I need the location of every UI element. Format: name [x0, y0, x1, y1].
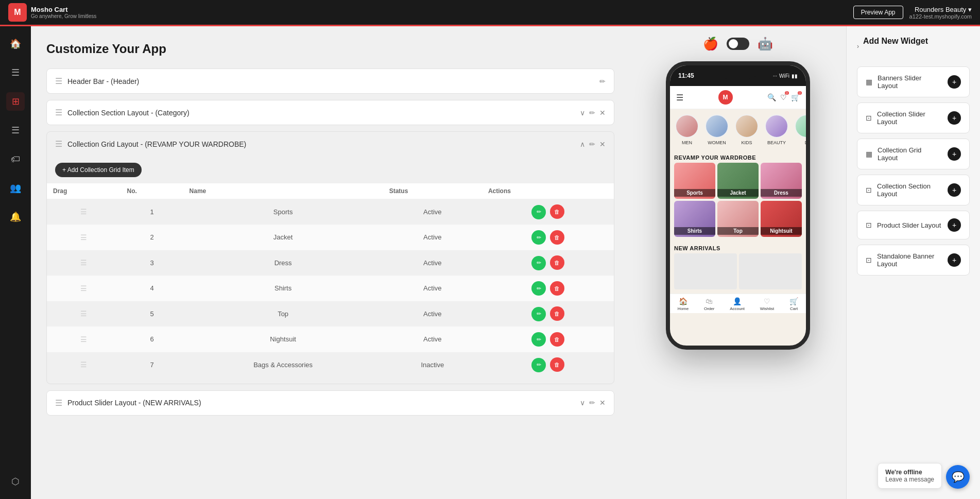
drag-handle-product-slider[interactable]: ☰ — [55, 398, 62, 408]
edit-icon-product-slider[interactable]: ✏ — [589, 399, 595, 407]
close-icon-collection-grid[interactable]: ✕ — [599, 140, 606, 148]
add-product-slider-button[interactable]: + — [948, 218, 961, 232]
collection-item-sports[interactable]: Sports — [674, 163, 715, 199]
row-drag-handle[interactable]: ☰ — [80, 309, 87, 318]
close-icon-product-slider[interactable]: ✕ — [599, 399, 606, 407]
sidebar-item-menu[interactable]: ☰ — [6, 63, 25, 82]
apple-icon[interactable]: 🍎 — [703, 37, 718, 51]
row-drag-handle[interactable]: ☰ — [80, 259, 87, 267]
phone-collection-grid: Sports Jacket Dress Shirts Top Nightsuit — [670, 163, 806, 241]
collection-item-jacket[interactable]: Jacket — [717, 163, 759, 199]
close-icon-collection-section[interactable]: ✕ — [599, 109, 606, 117]
edit-icon-collection-section[interactable]: ✏ — [589, 109, 595, 117]
phone-wishlist-icon[interactable]: ♡0 — [780, 93, 787, 101]
widget-option-collection-slider[interactable]: ⊡ Collection Slider Layout + — [857, 102, 970, 133]
edit-row-button[interactable]: ✏ — [531, 256, 546, 270]
wishlist-nav-label: Wishlist — [760, 306, 775, 311]
row-drag-handle[interactable]: ☰ — [80, 360, 87, 369]
drag-handle-collection-section[interactable]: ☰ — [55, 108, 62, 117]
drag-handle-header[interactable]: ☰ — [55, 76, 62, 86]
widget-product-slider-title: Product Slider Layout - (NEW ARRIVALS) — [67, 399, 575, 407]
product-thumb-2[interactable] — [739, 253, 802, 289]
edit-row-button[interactable]: ✏ — [531, 281, 546, 296]
chat-cta[interactable]: Leave a message — [885, 476, 934, 483]
row-drag-handle[interactable]: ☰ — [80, 208, 87, 216]
delete-row-button[interactable]: 🗑 — [550, 230, 564, 245]
add-collection-grid-button[interactable]: + — [948, 147, 961, 161]
category-beauty[interactable]: BEAUTY — [764, 114, 789, 145]
edit-row-button[interactable]: ✏ — [531, 230, 546, 245]
phone-nav-home[interactable]: 🏠 Home — [678, 297, 689, 311]
platform-toggle-switch[interactable] — [727, 38, 749, 50]
sidebar-item-users[interactable]: 👥 — [6, 179, 25, 197]
sidebar-item-widgets[interactable]: ⊞ — [6, 92, 25, 111]
collection-item-nightsuit[interactable]: Nightsuit — [761, 201, 802, 237]
sidebar-item-tags[interactable]: 🏷 — [6, 150, 25, 168]
phone-status-bar: 11:45 ··· WiFi ▮▮ — [670, 65, 806, 86]
sidebar-item-pages[interactable]: ☰ — [6, 121, 25, 140]
sidebar-item-export[interactable]: ⬡ — [6, 472, 25, 491]
delete-row-button[interactable]: 🗑 — [550, 332, 564, 347]
table-row: ☰ 5 Top Active ✏ 🗑 — [47, 301, 614, 327]
phone-nav-account[interactable]: 👤 Account — [730, 297, 745, 311]
sidebar-item-home[interactable]: 🏠 — [6, 35, 25, 53]
preview-button[interactable]: Preview App — [853, 6, 903, 19]
row-actions: ✏ 🗑 — [482, 250, 614, 276]
drag-handle-collection-grid[interactable]: ☰ — [55, 139, 62, 149]
widget-option-collection-grid[interactable]: ▦ Collection Grid Layout + — [857, 139, 970, 169]
add-banners-slider-button[interactable]: + — [948, 75, 961, 89]
add-collection-grid-item-button[interactable]: + Add Collection Grid Item — [55, 163, 142, 177]
android-icon[interactable]: 🤖 — [758, 37, 773, 51]
phone-nav-cart[interactable]: 🛒 Cart — [789, 297, 798, 311]
edit-icon-header[interactable]: ✏ — [599, 77, 606, 85]
delete-row-button[interactable]: 🗑 — [550, 357, 564, 372]
product-thumb-1[interactable] — [674, 253, 737, 289]
sidebar-item-notifications[interactable]: 🔔 — [6, 208, 25, 226]
category-kids[interactable]: KIDS — [734, 114, 760, 145]
collection-item-shirts[interactable]: Shirts — [674, 201, 715, 237]
phone-new-arrivals — [670, 253, 806, 289]
widget-option-standalone-banner[interactable]: ⊡ Standalone Banner Layout + — [857, 245, 970, 276]
phone-search-icon[interactable]: 🔍 — [767, 93, 776, 101]
phone-cart-icon[interactable]: 🛒0 — [791, 93, 800, 101]
edit-row-button[interactable]: ✏ — [531, 307, 546, 321]
collection-item-top[interactable]: Top — [717, 201, 759, 237]
delete-row-button[interactable]: 🗑 — [550, 255, 564, 270]
col-actions: Actions — [482, 183, 614, 199]
edit-row-button[interactable]: ✏ — [531, 358, 546, 372]
category-circle-men — [675, 114, 699, 138]
category-men[interactable]: MEN — [674, 114, 700, 145]
edit-row-button[interactable]: ✏ — [531, 332, 546, 347]
phone-bottom-nav: 🏠 Home 🛍 Order 👤 Account ♡ Wishlist 🛒 — [670, 294, 806, 313]
chevron-down-icon-product-slider[interactable]: ∨ — [580, 399, 585, 407]
phone-menu-icon[interactable]: ☰ — [676, 93, 683, 102]
add-collection-section-button[interactable]: + — [948, 183, 961, 197]
row-drag-handle[interactable]: ☰ — [80, 284, 87, 292]
chevron-up-icon-collection-grid[interactable]: ∧ — [580, 140, 585, 148]
panel-collapse-icon[interactable]: › — [857, 43, 859, 50]
right-panel-inner: › Add New Widget ▦ Banners Slider Layout… — [857, 37, 970, 276]
edit-icon-collection-grid[interactable]: ✏ — [589, 140, 595, 148]
add-collection-slider-button[interactable]: + — [948, 111, 961, 125]
widget-option-product-slider[interactable]: ⊡ Product Slider Layout + — [857, 211, 970, 239]
add-standalone-banner-button[interactable]: + — [948, 253, 961, 267]
widget-option-banners-slider[interactable]: ▦ Banners Slider Layout + — [857, 66, 970, 97]
row-drag-handle[interactable]: ☰ — [80, 233, 87, 242]
row-drag-handle[interactable]: ☰ — [80, 335, 87, 343]
chat-open-button[interactable]: 💬 — [946, 465, 970, 489]
phone-nav-order[interactable]: 🛍 Order — [704, 297, 714, 311]
phone-section-title-arrivals: NEW ARRIVALS — [670, 241, 806, 253]
widget-option-collection-section[interactable]: ⊡ Collection Section Layout + — [857, 175, 970, 205]
widget-collection-grid-title: Collection Grid Layout - (REVAMP YOUR WA… — [67, 140, 575, 148]
category-women[interactable]: WOMEN — [704, 114, 730, 145]
phone-nav-wishlist[interactable]: ♡ Wishlist — [760, 297, 775, 311]
chat-widget: We're offline Leave a message 💬 — [878, 463, 970, 489]
chevron-down-icon-collection-section[interactable]: ∨ — [580, 109, 585, 117]
delete-row-button[interactable]: 🗑 — [550, 306, 564, 321]
category-d[interactable]: D — [794, 114, 806, 145]
collection-item-dress[interactable]: Dress — [761, 163, 802, 199]
delete-row-button[interactable]: 🗑 — [550, 204, 564, 219]
delete-row-button[interactable]: 🗑 — [550, 281, 564, 296]
store-name[interactable]: Rounders Beauty ▾ — [909, 6, 972, 13]
edit-row-button[interactable]: ✏ — [531, 205, 546, 219]
